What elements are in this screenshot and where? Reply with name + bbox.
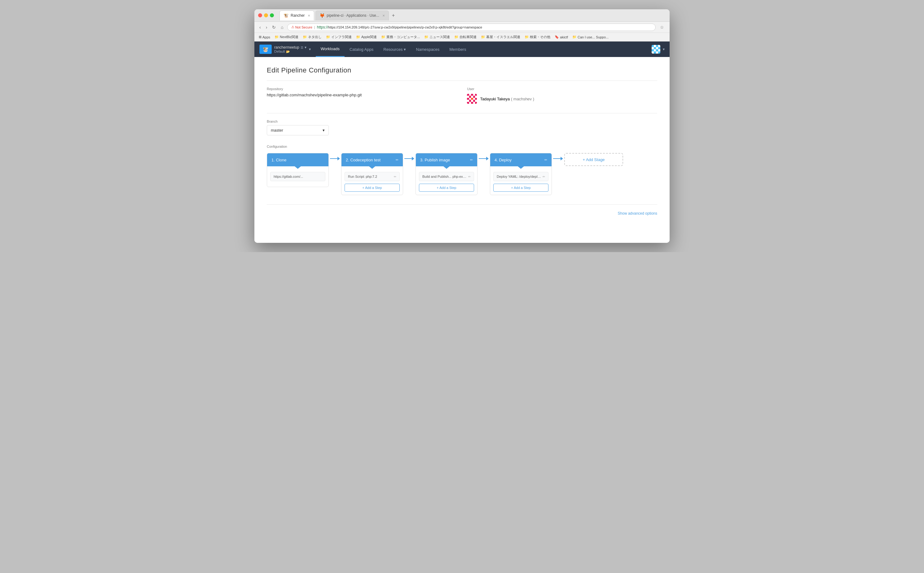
- repo-user-section: Repository https://gitlab.com/machshev/p…: [267, 87, 657, 104]
- tab-rancher-label: Rancher: [291, 13, 304, 18]
- arrow-shape-2-3: [404, 157, 414, 160]
- tab-rancher[interactable]: 🐮 Rancher ✕: [279, 11, 314, 20]
- bookmark-search-label: 検索・その他: [530, 35, 550, 39]
- step-run-script[interactable]: Run Script: php:7.2 ✏: [345, 172, 400, 181]
- add-stage-button[interactable]: + Add Stage: [564, 153, 623, 166]
- tab-pipeline-ci[interactable]: 🦊 pipeline-ci · Applications · Use... ✕: [315, 11, 389, 20]
- bookmark-neta[interactable]: 📁 ネタ出し: [301, 34, 323, 40]
- arrow-line-1-2: [330, 158, 337, 159]
- nav-right: ▾: [652, 45, 670, 53]
- bookmark-news-label: ニュース関連: [430, 35, 450, 39]
- top-nav: 🐮 ranchermeetup ☰ ▾ Default 📂 ▾: [254, 42, 670, 57]
- nav-resources-label: Resources: [383, 47, 403, 52]
- stage-codeception-edit-icon[interactable]: ✏: [396, 158, 398, 162]
- nav-namespaces[interactable]: Namespaces: [411, 42, 444, 57]
- cluster-dropdown-button[interactable]: ▾: [304, 45, 306, 50]
- user-username-text: ( machshev ): [511, 97, 534, 101]
- user-field: User Tadayuki Takeya ( machshev ): [467, 87, 534, 104]
- bookmark-infra-label: インフラ関連: [331, 35, 352, 39]
- arrow-head-3-4: [486, 157, 489, 160]
- step-build-publish-edit-icon[interactable]: ✏: [468, 175, 471, 178]
- step-deploy-yaml[interactable]: Deploy YAML: /deploy/deployme... ✏: [493, 172, 549, 181]
- nav-workloads-label: Workloads: [321, 47, 340, 51]
- arrow-4-add: [552, 153, 564, 160]
- maximize-button[interactable]: [270, 13, 274, 17]
- bookmark-makuya[interactable]: 📁 幕屋・イスラエル関連: [479, 34, 522, 40]
- canuse-icon: 📁: [572, 35, 577, 39]
- bookmark-work[interactable]: 📁 業務・コンピュータ...: [379, 34, 422, 40]
- step-deploy-yaml-text: Deploy YAML: /deploy/deployme...: [497, 175, 541, 178]
- add-step-codeception-button[interactable]: + Add a Step: [345, 184, 400, 192]
- back-button[interactable]: ‹: [258, 24, 262, 30]
- arrow-head-1-2: [337, 157, 340, 160]
- stage-deploy-header: 4. Deploy ✏: [490, 153, 552, 166]
- bookmark-canuse[interactable]: 📁 Can I use... Suppo...: [571, 34, 610, 40]
- env-dropdown-button[interactable]: ▾: [309, 47, 311, 52]
- bookmark-apple[interactable]: 📁 Apple関連: [354, 34, 379, 40]
- new-tab-button[interactable]: +: [390, 13, 397, 18]
- user-grid-avatar[interactable]: [652, 45, 660, 53]
- bookmark-akictf[interactable]: 🔖 akictf: [553, 34, 570, 40]
- branch-select[interactable]: master ▾: [267, 125, 329, 135]
- stage-publish-edit-icon[interactable]: ✏: [470, 158, 473, 162]
- env-icon: 📂: [286, 50, 290, 53]
- tab-rancher-close[interactable]: ✕: [308, 14, 310, 17]
- home-button[interactable]: ⌂: [279, 24, 284, 30]
- nextbiz-icon: 📁: [275, 35, 279, 39]
- reload-button[interactable]: ↻: [271, 24, 277, 30]
- akictf-icon: 🔖: [555, 35, 559, 39]
- add-step-deploy-button[interactable]: + Add a Step: [493, 184, 549, 192]
- arrow-head-2-3: [412, 157, 414, 160]
- bookmark-infra[interactable]: 📁 インフラ関連: [324, 34, 353, 40]
- nav-catalog-apps[interactable]: Catalog Apps: [345, 42, 378, 57]
- nav-resources[interactable]: Resources ▾: [378, 42, 411, 57]
- stage-deploy-title: 4. Deploy: [494, 158, 511, 162]
- close-button[interactable]: [258, 13, 262, 17]
- bookmark-apps[interactable]: ⊞ Apps: [257, 34, 272, 40]
- stage-deploy-edit-icon[interactable]: ✏: [544, 158, 547, 162]
- divider-top: [267, 80, 657, 81]
- bookmark-apple-label: Apple関連: [361, 35, 377, 39]
- user-dropdown-button[interactable]: ▾: [663, 47, 665, 52]
- config-label: Configuration: [267, 145, 657, 148]
- cluster-icon: ☰: [301, 46, 303, 49]
- bookmark-star-icon[interactable]: ☆: [658, 25, 666, 30]
- tab-bar: 🐮 Rancher ✕ 🦊 pipeline-ci · Applications…: [279, 11, 666, 20]
- nav-members[interactable]: Members: [444, 42, 471, 57]
- nav-workloads[interactable]: Workloads: [316, 42, 345, 57]
- step-run-script-text: Run Script: php:7.2: [348, 175, 392, 178]
- repository-field: Repository https://gitlab.com/machshev/p…: [267, 87, 362, 104]
- user-name-text: Tadayuki Takeya: [480, 97, 510, 101]
- brand-info: ranchermeetup ☰ ▾ Default 📂: [274, 45, 306, 53]
- branch-label: Branch: [267, 119, 657, 123]
- bookmark-makuya-label: 幕屋・イスラエル関連: [486, 35, 520, 39]
- svg-text:🐮: 🐮: [262, 47, 269, 52]
- config-section: Configuration 1. Clone: [267, 145, 657, 195]
- stage-clone-body: https://gitlab.com/...: [267, 169, 328, 187]
- nav-namespaces-label: Namespaces: [416, 47, 439, 52]
- tab-pipeline-close[interactable]: ✕: [382, 14, 385, 17]
- add-step-publish-button[interactable]: + Add a Step: [419, 184, 474, 192]
- stage-clone-title: 1. Clone: [271, 158, 286, 162]
- minimize-button[interactable]: [264, 13, 268, 17]
- step-clone-url[interactable]: https://gitlab.com/...: [270, 172, 325, 181]
- arrow-line-4-add: [553, 158, 560, 159]
- show-advanced-link[interactable]: Show advanced options: [618, 211, 657, 216]
- bookmark-akictf-label: akictf: [560, 35, 568, 39]
- bookmark-nextbiz-label: NextBiz関連: [280, 35, 298, 39]
- stage-codeception-body: Run Script: php:7.2 ✏ + Add a Step: [342, 169, 403, 195]
- step-deploy-yaml-edit-icon[interactable]: ✏: [543, 175, 545, 178]
- step-build-publish[interactable]: Build and Publish... php-example:${CIC..…: [419, 172, 474, 181]
- bookmark-bike[interactable]: 📁 自転車関連: [452, 34, 478, 40]
- nav-catalog-apps-label: Catalog Apps: [350, 47, 373, 52]
- bookmark-nextbiz[interactable]: 📁 NextBiz関連: [273, 34, 300, 40]
- bookmark-news[interactable]: 📁 ニュース関連: [422, 34, 452, 40]
- stage-publish-header: 3. Publish image ✏: [416, 153, 477, 166]
- forward-button[interactable]: ›: [265, 24, 269, 30]
- step-run-script-edit-icon[interactable]: ✏: [394, 175, 396, 178]
- tab-pipeline-label: pipeline-ci · Applications · Use...: [326, 13, 379, 18]
- divider-mid: [267, 113, 657, 113]
- bookmark-search[interactable]: 📁 検索・その他: [523, 34, 552, 40]
- branch-chevron-icon: ▾: [323, 128, 325, 133]
- url-bar[interactable]: ⚠ Not Secure | https://https://104.154.2…: [287, 23, 656, 31]
